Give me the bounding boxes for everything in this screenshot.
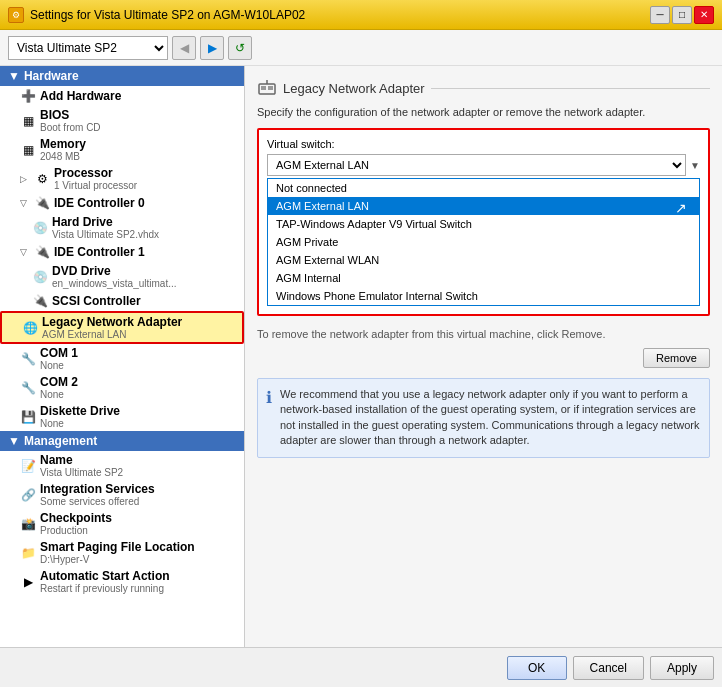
virtual-switch-select[interactable]: AGM External LAN <box>267 154 686 176</box>
sidebar-item-smart-paging[interactable]: 📁 Smart Paging File Location D:\Hyper-V <box>0 538 244 567</box>
nav-forward-button[interactable]: ▶ <box>200 36 224 60</box>
scsi-icon: 🔌 <box>32 293 48 309</box>
hard-drive-icon: 💿 <box>32 220 48 236</box>
info-box: ℹ We recommend that you use a legacy net… <box>257 378 710 458</box>
sidebar-item-memory[interactable]: ▦ Memory 2048 MB <box>0 135 244 164</box>
dvd-icon: 💿 <box>32 269 48 285</box>
sidebar-item-integration[interactable]: 🔗 Integration Services Some services off… <box>0 480 244 509</box>
sidebar-item-auto-start[interactable]: ▶ Automatic Start Action Restart if prev… <box>0 567 244 596</box>
sidebar-item-diskette[interactable]: 💾 Diskette Drive None <box>0 402 244 431</box>
dropdown-option-agm-internal[interactable]: AGM Internal <box>268 269 699 287</box>
virtual-switch-group: Virtual switch: AGM External LAN ▼ Not c… <box>257 128 710 316</box>
dropdown-option-windows-phone[interactable]: Windows Phone Emulator Internal Switch <box>268 287 699 305</box>
sidebar-item-com2[interactable]: 🔧 COM 2 None <box>0 373 244 402</box>
sidebar-item-name[interactable]: 📝 Name Vista Ultimate SP2 <box>0 451 244 480</box>
nav-back-button[interactable]: ◀ <box>172 36 196 60</box>
management-chevron-icon: ▼ <box>8 434 20 448</box>
checkpoints-icon: 📸 <box>20 516 36 532</box>
close-button[interactable]: ✕ <box>694 6 714 24</box>
title-bar: ⚙ Settings for Vista Ultimate SP2 on AGM… <box>0 0 722 30</box>
processor-expand-icon: ▷ <box>20 174 30 184</box>
vm-select[interactable]: Vista Ultimate SP2 <box>8 36 168 60</box>
sidebar-item-scsi[interactable]: 🔌 SCSI Controller <box>0 291 244 311</box>
smart-paging-icon: 📁 <box>20 545 36 561</box>
main-layout: ▼ Hardware ➕ Add Hardware ▦ BIOS Boot fr… <box>0 66 722 647</box>
hardware-section-header[interactable]: ▼ Hardware <box>0 66 244 86</box>
sidebar-item-bios[interactable]: ▦ BIOS Boot from CD <box>0 106 244 135</box>
virtual-switch-row: AGM External LAN ▼ <box>267 154 700 176</box>
sidebar-item-dvd-drive[interactable]: 💿 DVD Drive en_windows_vista_ultimat... <box>0 262 244 291</box>
cursor-icon: ↗ <box>675 200 687 216</box>
svg-rect-1 <box>261 86 266 90</box>
section-divider <box>431 88 710 89</box>
info-box-text: We recommend that you use a legacy netwo… <box>280 387 701 449</box>
sidebar: ▼ Hardware ➕ Add Hardware ▦ BIOS Boot fr… <box>0 66 245 647</box>
memory-icon: ▦ <box>20 142 36 158</box>
dropdown-option-agm-external-lan[interactable]: AGM External LAN ↗ <box>268 197 699 215</box>
ide0-icon: 🔌 <box>34 195 50 211</box>
window-title: Settings for Vista Ultimate SP2 on AGM-W… <box>30 8 305 22</box>
com1-icon: 🔧 <box>20 351 36 367</box>
section-header: Legacy Network Adapter <box>257 78 710 98</box>
virtual-switch-dropdown-list[interactable]: Not connected AGM External LAN ↗ TAP-Win… <box>267 178 700 306</box>
bios-icon: ▦ <box>20 113 36 129</box>
diskette-icon: 💾 <box>20 409 36 425</box>
sidebar-item-processor[interactable]: ▷ ⚙ Processor 1 Virtual processor <box>0 164 244 193</box>
dropdown-option-agm-external-wlan[interactable]: AGM External WLAN <box>268 251 699 269</box>
cancel-button[interactable]: Cancel <box>573 656 644 680</box>
dropdown-option-agm-private[interactable]: AGM Private <box>268 233 699 251</box>
com2-icon: 🔧 <box>20 380 36 396</box>
remove-button[interactable]: Remove <box>643 348 710 368</box>
processor-icon: ⚙ <box>34 171 50 187</box>
hardware-chevron-icon: ▼ <box>8 69 20 83</box>
management-section-header[interactable]: ▼ Management <box>0 431 244 451</box>
section-title: Legacy Network Adapter <box>283 81 425 96</box>
description-text: Specify the configuration of the network… <box>257 106 710 118</box>
sidebar-item-ide0[interactable]: ▽ 🔌 IDE Controller 0 <box>0 193 244 213</box>
name-icon: 📝 <box>20 458 36 474</box>
ok-button[interactable]: OK <box>507 656 567 680</box>
sidebar-item-ide1[interactable]: ▽ 🔌 IDE Controller 1 <box>0 242 244 262</box>
svg-rect-2 <box>268 86 273 90</box>
add-hardware-icon: ➕ <box>20 88 36 104</box>
ide1-expand-icon: ▽ <box>20 247 30 257</box>
dropdown-option-tap-windows[interactable]: TAP-Windows Adapter V9 Virtual Switch <box>268 215 699 233</box>
bottom-bar: OK Cancel Apply <box>0 647 722 687</box>
info-icon: ℹ <box>266 388 272 449</box>
window-controls: ─ □ ✕ <box>650 6 714 24</box>
content-area: Legacy Network Adapter Specify the confi… <box>245 66 722 647</box>
remove-row: Remove <box>257 348 710 368</box>
network-adapter-icon <box>257 78 277 98</box>
minimize-button[interactable]: ─ <box>650 6 670 24</box>
title-bar-left: ⚙ Settings for Vista Ultimate SP2 on AGM… <box>8 7 305 23</box>
app-icon: ⚙ <box>8 7 24 23</box>
dropdown-option-not-connected[interactable]: Not connected <box>268 179 699 197</box>
legacy-network-icon: 🌐 <box>22 320 38 336</box>
virtual-switch-label: Virtual switch: <box>267 138 700 150</box>
ide1-icon: 🔌 <box>34 244 50 260</box>
auto-start-icon: ▶ <box>20 574 36 590</box>
sidebar-item-checkpoints[interactable]: 📸 Checkpoints Production <box>0 509 244 538</box>
apply-button[interactable]: Apply <box>650 656 714 680</box>
sidebar-item-add-hardware[interactable]: ➕ Add Hardware <box>0 86 244 106</box>
sidebar-item-legacy-network[interactable]: 🌐 Legacy Network Adapter AGM External LA… <box>0 311 244 344</box>
sidebar-item-hard-drive[interactable]: 💿 Hard Drive Vista Ultimate SP2.vhdx <box>0 213 244 242</box>
integration-icon: 🔗 <box>20 487 36 503</box>
nav-refresh-button[interactable]: ↺ <box>228 36 252 60</box>
maximize-button[interactable]: □ <box>672 6 692 24</box>
ide0-expand-icon: ▽ <box>20 198 30 208</box>
dropdown-arrow-icon: ▼ <box>690 160 700 171</box>
toolbar: Vista Ultimate SP2 ◀ ▶ ↺ <box>0 30 722 66</box>
management-section-label: Management <box>24 434 97 448</box>
sidebar-item-com1[interactable]: 🔧 COM 1 None <box>0 344 244 373</box>
remove-description: To remove the network adapter from this … <box>257 328 710 340</box>
hardware-section-label: Hardware <box>24 69 79 83</box>
